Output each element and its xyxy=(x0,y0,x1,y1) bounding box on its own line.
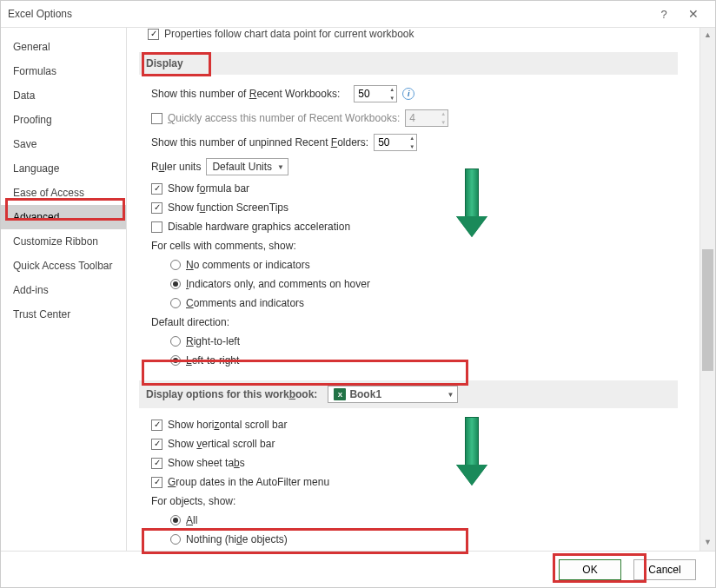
sidebar-item-data[interactable]: Data xyxy=(1,83,126,108)
sidebar-item-advanced[interactable]: Advanced xyxy=(1,205,126,229)
close-button[interactable]: ✕ xyxy=(679,7,708,21)
content-panel: Properties follow chart data point for c… xyxy=(127,28,715,551)
radio-ltr[interactable] xyxy=(170,355,181,366)
label-group-dates: Group dates in the AutoFilter menu xyxy=(168,476,329,488)
sidebar-item-save[interactable]: Save xyxy=(1,132,126,156)
label-objects-heading: For objects, show: xyxy=(151,495,235,507)
spin-down-icon[interactable]: ▼ xyxy=(389,96,394,101)
label-formula-bar: Show formula bar xyxy=(168,182,249,195)
label-quick-access: Quickly access this number of Recent Wor… xyxy=(168,112,400,124)
label-unpinned-folders: Show this number of unpinned Recent Fold… xyxy=(151,136,368,149)
dropdown-workbook[interactable]: X Book1 ▼ xyxy=(328,386,458,403)
spin-up-icon: ▲ xyxy=(441,111,446,116)
scroll-thumb[interactable] xyxy=(702,249,713,371)
checkbox-screentips[interactable] xyxy=(151,202,162,214)
label-rtl: Right-to-left xyxy=(186,335,240,347)
chevron-down-icon: ▼ xyxy=(277,163,284,171)
label-indicators-only: Indicators only, and comments on hover xyxy=(186,278,370,290)
spin-down-icon: ▼ xyxy=(441,120,446,125)
checkbox-chart-properties[interactable] xyxy=(148,29,159,40)
spin-up-icon[interactable]: ▲ xyxy=(389,87,394,92)
help-button[interactable]: ? xyxy=(649,8,679,21)
sidebar-item-language[interactable]: Language xyxy=(1,156,126,181)
label-chart-properties: Properties follow chart data point for c… xyxy=(164,28,414,40)
checkbox-formula-bar[interactable] xyxy=(151,183,162,195)
spinner-unpinned-folders[interactable]: ▲▼ xyxy=(374,134,417,151)
excel-options-dialog: Excel Options ? ✕ General Formulas Data … xyxy=(0,0,716,588)
label-comments-heading: For cells with comments, show: xyxy=(151,240,296,252)
radio-objects-nothing[interactable] xyxy=(170,534,181,545)
label-comments-indicators: Comments and indicators xyxy=(186,297,304,309)
sidebar-item-ease-of-access[interactable]: Ease of Access xyxy=(1,181,126,205)
label-ruler-units: Ruler units xyxy=(151,161,201,173)
checkbox-group-dates[interactable] xyxy=(151,477,162,488)
sidebar-item-general[interactable]: General xyxy=(1,35,126,59)
sidebar-item-quick-access-toolbar[interactable]: Quick Access Toolbar xyxy=(1,254,126,278)
label-no-comments: No comments or indicators xyxy=(186,259,310,271)
radio-no-comments[interactable] xyxy=(170,260,181,270)
dropdown-ruler-value: Default Units xyxy=(212,161,272,173)
dialog-footer: OK Cancel xyxy=(1,551,715,587)
radio-indicators-only[interactable] xyxy=(170,279,181,289)
spin-down-icon[interactable]: ▼ xyxy=(409,144,414,149)
checkbox-quick-access[interactable] xyxy=(151,113,162,124)
excel-workbook-icon: X xyxy=(334,388,346,400)
checkbox-v-scroll[interactable] xyxy=(151,439,162,450)
radio-objects-all[interactable] xyxy=(170,515,181,525)
section-display-header: Display xyxy=(139,52,678,75)
input-quick-access xyxy=(406,112,439,124)
label-sheet-tabs: Show sheet tabs xyxy=(168,457,245,469)
sidebar-item-customize-ribbon[interactable]: Customize Ribbon xyxy=(1,229,126,254)
label-direction-heading: Default direction: xyxy=(151,316,229,328)
dropdown-workbook-value: Book1 xyxy=(349,388,381,400)
checkbox-h-scroll[interactable] xyxy=(151,420,162,431)
label-objects-all: All xyxy=(186,514,197,526)
sidebar-item-formulas[interactable]: Formulas xyxy=(1,59,126,83)
spin-up-icon[interactable]: ▲ xyxy=(409,135,414,141)
label-objects-nothing: Nothing (hide objects) xyxy=(186,533,288,545)
cancel-button[interactable]: Cancel xyxy=(633,559,696,580)
checkbox-sheet-tabs[interactable] xyxy=(151,458,162,469)
label-h-scroll: Show horizontal scroll bar xyxy=(168,419,287,431)
scroll-down-icon[interactable]: ▼ xyxy=(700,535,715,551)
input-unpinned-folders[interactable] xyxy=(375,136,408,149)
ok-button[interactable]: OK xyxy=(559,559,621,580)
input-recent-workbooks[interactable] xyxy=(355,88,388,100)
spinner-quick-access: ▲▼ xyxy=(405,109,448,127)
radio-rtl[interactable] xyxy=(170,336,181,347)
titlebar: Excel Options ? ✕ xyxy=(1,1,715,27)
vertical-scrollbar[interactable]: ▲ ▼ xyxy=(699,28,715,551)
info-icon[interactable]: i xyxy=(402,88,414,100)
radio-comments-indicators[interactable] xyxy=(170,298,181,308)
sidebar-item-addins[interactable]: Add-ins xyxy=(1,278,126,302)
sidebar-item-proofing[interactable]: Proofing xyxy=(1,108,126,132)
label-v-scroll: Show vertical scroll bar xyxy=(168,438,275,450)
label-disable-hardware: Disable hardware graphics acceleration xyxy=(168,221,350,233)
options-sidebar: General Formulas Data Proofing Save Lang… xyxy=(1,28,127,551)
checkbox-disable-hardware[interactable] xyxy=(151,221,162,233)
label-screentips: Show function ScreenTips xyxy=(168,202,288,214)
section-workbook-title: Display options for this workbook: xyxy=(146,388,317,400)
window-title: Excel Options xyxy=(8,8,649,20)
section-workbook-header: Display options for this workbook: X Boo… xyxy=(139,380,678,408)
chevron-down-icon: ▼ xyxy=(447,391,454,399)
scroll-up-icon[interactable]: ▲ xyxy=(700,28,715,43)
label-recent-workbooks: Show this number of Recent Workbooks: xyxy=(151,88,340,100)
label-ltr: Left-to-right xyxy=(186,354,239,367)
sidebar-item-trust-center[interactable]: Trust Center xyxy=(1,302,126,327)
spinner-recent-workbooks[interactable]: ▲▼ xyxy=(354,85,397,102)
dropdown-ruler-units[interactable]: Default Units ▼ xyxy=(206,158,288,175)
